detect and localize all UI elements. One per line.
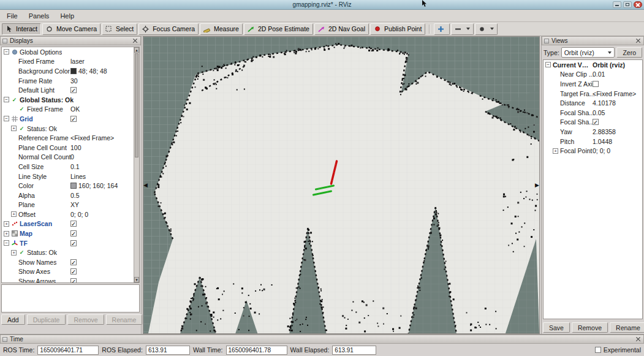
views-tree-row[interactable]: Focal Sha...✓ [544,118,642,127]
property-value[interactable]: Lines [70,173,86,180]
displays-tree-row[interactable]: −TF✓ [2,238,139,248]
property-value[interactable]: XY [70,201,79,208]
checkbox[interactable] [593,81,599,87]
property-value[interactable]: 48; 48; 48 [70,67,107,75]
property-value[interactable]: 0.01 [593,70,605,78]
displays-tree-row[interactable]: +✓Status: Ok [2,124,139,134]
property-value[interactable]: 160; 160; 164 [70,182,118,189]
displays-tree-row[interactable]: Reference Frame<Fixed Frame> [2,133,139,143]
views-panel-header[interactable]: Views [542,36,644,45]
views-tree-row[interactable]: Invert Z Axis [544,79,642,89]
property-value[interactable]: ✓ [70,268,77,275]
views-tree-row[interactable]: Distance4.10178 [544,98,642,108]
expand-toggle[interactable]: + [11,211,17,217]
property-value[interactable]: <Fixed Frame> [70,134,114,142]
minimize-button[interactable] [613,1,621,8]
tool-2d-pose-estimate[interactable]: 2D Pose Estimate [244,23,313,35]
displays-tree-row[interactable]: +LaserScan✓ [2,219,139,229]
property-value[interactable]: <Fixed Frame> [593,90,636,97]
tool-move-camera[interactable]: Move Camera [42,23,100,35]
property-value[interactable]: 0.1 [70,163,80,170]
displays-tree-row[interactable]: Fixed Framelaser [2,57,139,67]
collapse-toggle[interactable]: − [4,97,9,102]
property-value[interactable]: 2.88358 [593,128,616,135]
menu-item-file[interactable]: File [1,11,23,21]
splitter-collapse-left-icon[interactable]: ◀ [143,181,148,189]
tool-publish-point[interactable]: Publish Point [370,23,425,35]
time-field-value[interactable]: 613.91 [146,346,190,355]
time-field-value[interactable]: 1650096401.78 [226,346,287,355]
time-field-value[interactable]: 613.91 [332,346,376,355]
displays-tree-row[interactable]: Show Names✓ [2,257,139,267]
property-value[interactable]: ✓ [593,119,599,125]
property-value[interactable]: ✓ [70,116,77,122]
displays-tree-row[interactable]: Show Axes✓ [2,267,139,277]
views-tree-row[interactable]: Target Fra...<Fixed Frame> [544,89,642,99]
checkbox[interactable]: ✓ [70,259,77,265]
displays-tree-row[interactable]: Frame Rate30 [2,76,139,86]
close-panel-icon[interactable] [132,37,138,44]
displays-tree-row[interactable]: ✓Fixed FrameOK [2,105,139,115]
property-value[interactable]: 0 [70,153,74,161]
scrollbar-thumb[interactable] [135,53,138,157]
display-add-button[interactable]: Add [1,314,25,325]
property-value[interactable]: 4.10178 [593,99,616,107]
property-value[interactable]: 30 [70,77,78,85]
expand-toggle[interactable]: + [4,221,9,227]
checkbox[interactable]: ✓ [70,230,77,237]
views-tree-row[interactable]: Yaw2.88358 [544,127,642,137]
view-save-button[interactable]: Save [543,322,570,333]
property-value[interactable]: ✓ [70,240,77,246]
menu-item-panels[interactable]: Panels [23,11,55,21]
collapse-toggle[interactable]: − [4,240,9,246]
views-tree-row[interactable]: Focal Sha...0.05 [544,108,642,118]
property-value[interactable]: 100 [70,144,81,151]
checkbox[interactable]: ✓ [70,240,77,246]
add-tool-button[interactable] [434,23,450,35]
close-panel-icon[interactable] [635,37,642,44]
displays-tree-row[interactable]: Show Arrows✓ [2,276,139,283]
splitter-collapse-right-icon[interactable]: ▶ [535,181,539,189]
views-tree-row[interactable]: −Current ViewOrbit (rviz) [544,60,642,70]
views-tree-row[interactable]: +Focal Point0; 0; 0 [544,146,642,156]
displays-tree-row[interactable]: Cell Size0.1 [2,162,139,172]
checkbox[interactable]: ✓ [593,119,599,125]
checkbox[interactable]: ✓ [70,221,77,227]
window-titlebar[interactable]: gmapping.rviz* - RViz [0,0,644,10]
tool-measure[interactable]: Measure [200,23,243,35]
displays-tree-row[interactable]: Default Light✓ [2,85,139,95]
time-field-value[interactable]: 1650096401.71 [37,346,99,355]
expand-toggle[interactable]: + [4,231,9,237]
displays-tree-row[interactable]: +Map✓ [2,229,139,238]
time-panel-header[interactable]: Time [0,335,644,344]
tool-2d-nav-goal[interactable]: 2D Nav Goal [314,23,369,35]
property-value[interactable]: 1.0448 [593,138,612,145]
displays-tree-row[interactable]: −Grid✓ [2,114,139,124]
property-value[interactable]: ✓ [70,221,77,227]
views-tree-row[interactable]: Pitch1.0448 [544,137,642,146]
displays-tree-row[interactable]: Normal Cell Count0 [2,153,139,162]
property-value[interactable]: 0; 0; 0 [593,147,610,154]
checkbox[interactable]: ✓ [70,87,77,93]
property-value[interactable]: ✓ [70,259,77,265]
property-value[interactable]: 0.5 [70,192,80,199]
checkbox[interactable]: ✓ [70,278,77,283]
view-remove-button[interactable]: Remove [572,322,608,333]
views-tree-row[interactable]: Near Clip ...0.01 [544,70,642,80]
property-value[interactable]: ✓ [70,87,77,93]
displays-tree-row[interactable]: +Offset0; 0; 0 [2,210,139,219]
displays-tree-row[interactable]: Background Color48; 48; 48 [2,66,139,76]
view-rename-button[interactable]: Rename [610,322,644,333]
close-panel-icon[interactable] [635,336,642,343]
tool-select[interactable]: Select [102,23,137,35]
maximize-button[interactable] [623,1,632,8]
tool-focus-camera[interactable]: Focus Camera [138,23,199,35]
checkbox[interactable]: ✓ [70,116,77,122]
expand-toggle[interactable]: + [11,126,17,131]
displays-tree-row[interactable]: PlaneXY [2,200,139,210]
displays-panel-header[interactable]: Displays [0,36,141,45]
3d-viewport[interactable]: ◀ ▶ [143,36,540,334]
tool-interact[interactable]: Interact [2,23,41,35]
checkbox[interactable] [595,347,601,353]
color-swatch[interactable] [70,68,77,74]
